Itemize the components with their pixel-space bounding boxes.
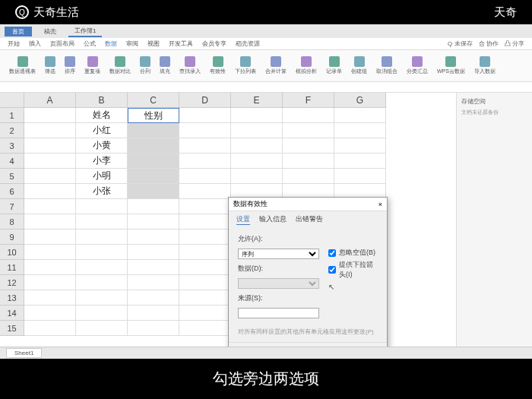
ribbon-dup[interactable]: 重复项 <box>81 55 103 77</box>
ribbon-record[interactable]: 记录单 <box>323 55 345 77</box>
ribbon-find[interactable]: 查找录入 <box>176 55 204 77</box>
ribbon-fill[interactable]: 填充 <box>157 55 173 77</box>
cell[interactable] <box>24 108 76 123</box>
cell[interactable] <box>76 321 128 336</box>
sheet-tab[interactable]: Sheet1 <box>6 348 42 358</box>
cell[interactable] <box>179 108 231 123</box>
cell[interactable] <box>76 260 128 275</box>
ribbon-split[interactable]: 分列 <box>137 55 154 77</box>
cell[interactable] <box>283 154 334 169</box>
col-header[interactable]: B <box>76 93 128 108</box>
row-header[interactable]: 9 <box>0 230 24 245</box>
cell[interactable] <box>231 123 283 138</box>
allow-select[interactable]: 序列 <box>238 249 319 259</box>
cell[interactable] <box>179 290 231 306</box>
col-header[interactable]: F <box>283 93 334 108</box>
ribbon-sort[interactable]: 排序 <box>62 55 78 77</box>
cell[interactable] <box>128 138 179 154</box>
cell[interactable] <box>128 290 179 306</box>
ribbon-whatif[interactable]: 模拟分析 <box>293 55 320 77</box>
cell[interactable] <box>283 123 334 138</box>
menu-review[interactable]: 审阅 <box>126 40 138 48</box>
status-unsaved[interactable]: Q 未保存 <box>448 40 472 48</box>
cell[interactable] <box>24 290 76 306</box>
cell[interactable] <box>179 321 231 336</box>
col-header[interactable]: G <box>334 93 386 108</box>
row-header[interactable]: 13 <box>0 290 24 306</box>
cell[interactable] <box>179 230 231 245</box>
col-header[interactable]: C <box>128 93 179 108</box>
cell[interactable] <box>24 275 76 290</box>
cell[interactable] <box>231 169 283 184</box>
ribbon-pivot[interactable]: 数据透视表 <box>6 55 39 77</box>
cell[interactable] <box>76 230 128 245</box>
tab-settings[interactable]: 设置 <box>236 214 250 225</box>
row-header[interactable]: 14 <box>0 306 24 321</box>
cell[interactable] <box>283 169 334 184</box>
tab-input-msg[interactable]: 输入信息 <box>259 214 287 225</box>
cell[interactable] <box>76 214 128 230</box>
source-input[interactable] <box>238 308 319 318</box>
cell[interactable] <box>179 214 231 230</box>
cell[interactable]: 小李 <box>76 154 128 169</box>
cell[interactable] <box>128 214 179 230</box>
cell[interactable] <box>334 123 386 138</box>
cell[interactable] <box>24 123 76 138</box>
cell[interactable] <box>24 169 76 184</box>
menu-insert[interactable]: 插入 <box>29 40 41 48</box>
row-header[interactable]: 4 <box>0 154 24 169</box>
tab-doc1[interactable]: 稿壳 <box>38 27 62 36</box>
cell[interactable]: 小黄 <box>76 138 128 154</box>
menu-start[interactable]: 开始 <box>8 40 20 48</box>
cell[interactable]: 姓名 <box>76 108 128 123</box>
ribbon-dropdown[interactable]: 下拉列表 <box>232 55 259 77</box>
row-header[interactable]: 5 <box>0 169 24 184</box>
ribbon-subtotal[interactable]: 分类汇总 <box>404 55 431 77</box>
tab-workbook[interactable]: 工作簿1 <box>68 26 102 37</box>
cell[interactable] <box>76 306 128 321</box>
cell[interactable] <box>24 321 76 336</box>
ribbon-compare[interactable]: 数据对比 <box>106 55 134 77</box>
ribbon-consol[interactable]: 合并计算 <box>262 55 290 77</box>
cell[interactable] <box>24 214 76 230</box>
menu-view[interactable]: 视图 <box>147 40 160 48</box>
cell[interactable] <box>24 154 76 169</box>
collab-button[interactable]: 合 协作 <box>479 40 499 48</box>
cell[interactable] <box>231 108 283 123</box>
cell[interactable] <box>128 260 179 275</box>
ribbon-ungroup[interactable]: 取消组合 <box>373 55 401 77</box>
cell[interactable] <box>334 138 386 154</box>
row-header[interactable]: 10 <box>0 245 24 260</box>
share-button[interactable]: 凸 分享 <box>505 40 524 48</box>
close-icon[interactable]: × <box>378 201 382 208</box>
cell[interactable] <box>283 108 334 123</box>
cell[interactable] <box>283 138 334 154</box>
ribbon-validation[interactable]: 有效性 <box>207 55 229 77</box>
cell[interactable] <box>179 154 231 169</box>
menu-resource[interactable]: 稻壳资源 <box>236 40 260 48</box>
cell[interactable]: 小红 <box>76 123 128 138</box>
cell[interactable] <box>231 138 283 154</box>
cell[interactable] <box>231 154 283 169</box>
cell[interactable] <box>128 169 179 184</box>
cell[interactable] <box>179 275 231 290</box>
cell[interactable] <box>179 169 231 184</box>
row-header[interactable]: 12 <box>0 275 24 290</box>
cell[interactable] <box>128 230 179 245</box>
tab-home[interactable]: 首页 <box>5 27 32 36</box>
cell[interactable]: 小明 <box>76 169 128 184</box>
cell[interactable] <box>128 306 179 321</box>
cell[interactable] <box>179 260 231 275</box>
ribbon-import[interactable]: 导入数据 <box>471 55 499 77</box>
dropdown-arrow-checkbox[interactable] <box>328 266 336 274</box>
cell[interactable] <box>24 230 76 245</box>
cell[interactable] <box>24 184 76 199</box>
cell[interactable] <box>179 245 231 260</box>
cell[interactable] <box>76 290 128 306</box>
row-header[interactable]: 11 <box>0 260 24 275</box>
cell[interactable] <box>128 321 179 336</box>
ribbon-filter[interactable]: 筛选 <box>42 55 59 77</box>
cell[interactable] <box>334 108 386 123</box>
cell[interactable] <box>128 199 179 214</box>
cell[interactable] <box>334 169 386 184</box>
